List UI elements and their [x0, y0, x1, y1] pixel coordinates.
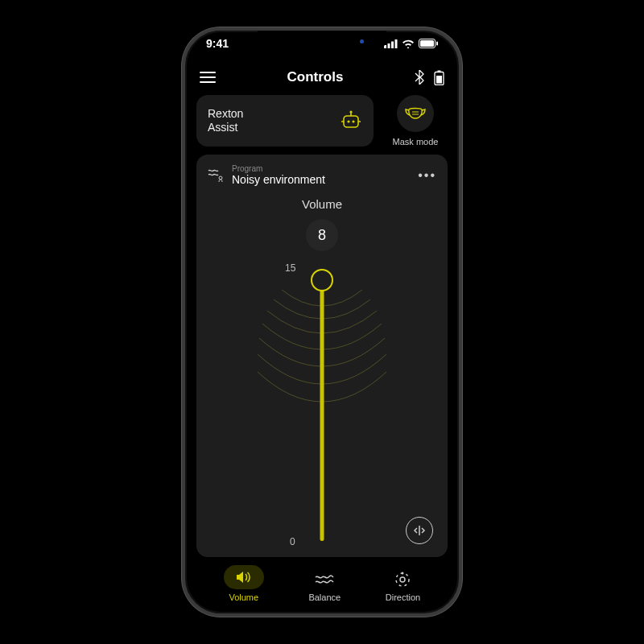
slider-thumb[interactable] — [311, 269, 333, 291]
slider-min-label: 0 — [290, 536, 295, 547]
volume-slider[interactable]: 15 0 — [208, 259, 436, 547]
tab-volume-label: Volume — [229, 592, 258, 602]
slider-max-label: 15 — [285, 262, 295, 274]
svg-point-14 — [349, 110, 352, 113]
tab-volume[interactable]: Volume — [224, 565, 264, 602]
program-more-button[interactable]: ••• — [418, 168, 436, 183]
phone-frame: 9:41 Controls Rexton Assist — [182, 27, 462, 617]
assist-label: Rexton Assist — [208, 107, 243, 135]
app-header: Controls — [196, 66, 448, 95]
notch — [258, 31, 386, 52]
page-title: Controls — [287, 69, 344, 85]
svg-point-22 — [396, 573, 409, 586]
split-icon — [412, 525, 427, 536]
menu-button[interactable] — [200, 72, 216, 83]
tab-balance[interactable]: Balance — [308, 570, 341, 602]
volume-title: Volume — [208, 197, 436, 211]
tab-balance-label: Balance — [308, 592, 341, 602]
svg-point-12 — [352, 120, 354, 122]
bluetooth-icon[interactable] — [415, 70, 424, 85]
program-selector[interactable]: Program Noisy environment ••• — [208, 163, 436, 192]
svg-rect-9 — [436, 76, 442, 84]
svg-rect-1 — [388, 43, 390, 48]
svg-point-19 — [219, 176, 222, 180]
bottom-tabs: Volume Balance Direction — [196, 557, 448, 605]
svg-rect-3 — [395, 39, 398, 48]
program-name: Noisy environment — [232, 173, 325, 186]
mask-mode-label: Mask mode — [393, 137, 439, 147]
tab-direction[interactable]: Direction — [386, 570, 420, 602]
wifi-icon — [402, 39, 415, 48]
svg-point-21 — [400, 577, 405, 582]
tab-direction-label: Direction — [386, 592, 420, 602]
svg-rect-8 — [437, 70, 440, 72]
svg-rect-5 — [420, 40, 434, 47]
svg-rect-6 — [436, 42, 438, 46]
split-button[interactable] — [406, 517, 433, 544]
robot-icon — [340, 110, 362, 131]
volume-icon — [235, 570, 253, 584]
svg-rect-2 — [391, 41, 394, 48]
direction-icon — [394, 571, 411, 588]
assist-card[interactable]: Rexton Assist — [196, 95, 374, 147]
volume-value: 8 — [306, 219, 338, 251]
svg-rect-10 — [344, 116, 358, 127]
status-time: 9:41 — [206, 37, 229, 50]
volume-card: Program Noisy environment ••• Volume 8 1… — [196, 155, 448, 557]
program-icon — [208, 168, 224, 183]
battery-level-icon[interactable] — [434, 70, 444, 85]
slider-track — [320, 280, 324, 541]
svg-point-11 — [347, 120, 349, 122]
battery-icon — [419, 39, 438, 48]
camera-dot-icon — [360, 39, 364, 43]
mask-icon — [405, 106, 426, 121]
svg-point-23 — [402, 572, 404, 575]
mask-mode-button[interactable] — [397, 95, 434, 132]
balance-icon — [315, 573, 334, 586]
program-kicker: Program — [232, 164, 325, 173]
